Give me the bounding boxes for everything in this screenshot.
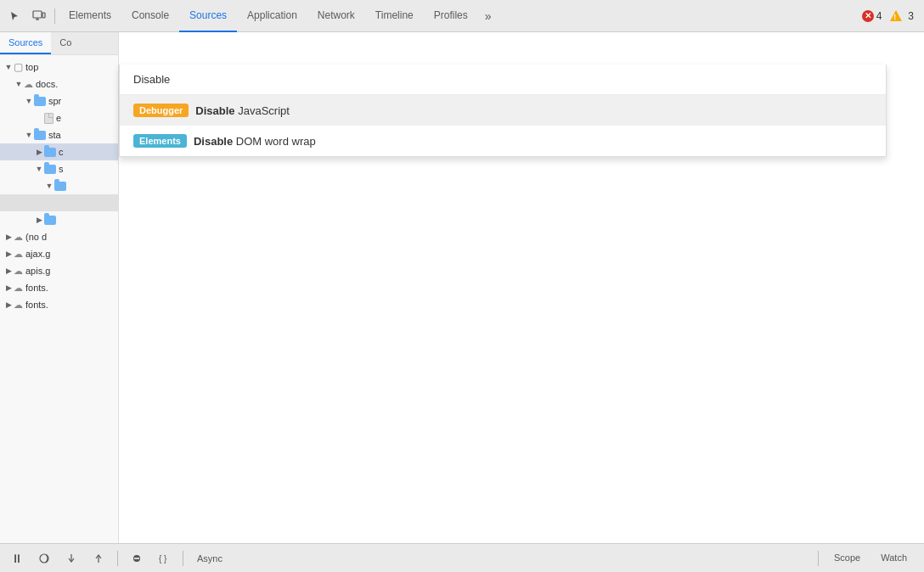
sidebar-tab-sources[interactable]: Sources [0, 32, 51, 54]
folder-c-icon [44, 148, 56, 157]
bottom-toolbar: ⏸ { } Async S [0, 543, 924, 572]
dropdown-item-elements[interactable]: Elements Disable DOM word wrap [120, 126, 886, 156]
tree-item-nodomain[interactable]: ☁ (no d [0, 228, 118, 245]
tab-separator [54, 8, 55, 24]
svg-rect-1 [42, 13, 45, 18]
tree-arrow-folder5 [34, 215, 44, 225]
cloud-fonts2-icon: ☁ [14, 300, 23, 311]
scope-tab[interactable]: Scope [824, 549, 870, 568]
tree-arrow-spr [24, 96, 34, 106]
tree-item-fonts1[interactable]: ☁ fonts. [0, 279, 118, 296]
folder-sta-icon [34, 131, 46, 140]
tree-arrow-s [34, 164, 44, 174]
tree-arrow-c [34, 147, 44, 157]
bottom-sep-2 [183, 551, 183, 566]
folder-nested-icon [54, 182, 66, 191]
file-e-icon [44, 113, 54, 124]
dropdown-item-bold-2: Disable [194, 135, 233, 148]
tree-arrow-nested [44, 181, 54, 191]
main-area: Sources Co ▢ top ☁ docs. spr [0, 32, 924, 543]
tree-item-docs[interactable]: ☁ docs. [0, 76, 118, 93]
svg-text:{ }: { } [159, 554, 167, 564]
tab-network[interactable]: Network [307, 0, 365, 32]
error-circle-icon: ✕ [862, 10, 874, 22]
cursor-icon[interactable] [3, 4, 27, 28]
dropdown-item-bold-1: Disable [195, 104, 234, 117]
bottom-sep-1 [117, 551, 118, 566]
tab-elements[interactable]: Elements [59, 0, 121, 32]
dropdown-item-text-1: Disable JavaScript [195, 104, 290, 117]
dropdown-item-debugger[interactable]: Debugger Disable JavaScript [120, 95, 886, 126]
warning-badge[interactable]: 3 [890, 10, 914, 22]
step-over-button[interactable] [34, 548, 54, 569]
cloud-nodomain-icon: ☁ [14, 232, 23, 243]
tree-arrow-ajax [3, 249, 14, 259]
dropdown-item-rest-2: DOM word wrap [233, 135, 316, 148]
async-button[interactable]: Async [192, 548, 228, 569]
scope-watch-tabs: Scope Watch [824, 549, 917, 568]
step-out-button[interactable] [88, 548, 109, 569]
tree-arrow-apis [3, 266, 14, 276]
command-dropdown: Disable Debugger Disable JavaScript Elem… [119, 64, 887, 157]
bottom-sep-3 [818, 551, 819, 566]
tree-arrow-top [3, 62, 14, 72]
elements-tag: Elements [133, 134, 187, 148]
folder5-icon [44, 216, 56, 225]
dropdown-item-text-2: Disable DOM word wrap [194, 135, 316, 148]
pause-button[interactable]: ⏸ [7, 548, 27, 569]
sidebar: Sources Co ▢ top ☁ docs. spr [0, 32, 119, 543]
warning-triangle-icon [890, 10, 902, 21]
error-warning-area: ✕ 4 3 [862, 10, 914, 22]
dropdown-item-rest-1: JavaScript [235, 104, 290, 117]
error-badge[interactable]: ✕ 4 [862, 10, 882, 22]
devtools-tab-bar: Elements Console Sources Application Net… [0, 0, 924, 32]
tree-item-top[interactable]: ▢ top [0, 59, 118, 76]
tree-item-s[interactable]: s [0, 160, 118, 177]
tree-arrow-nodomain [3, 232, 14, 242]
step-in-button[interactable] [61, 548, 82, 569]
tree-item-apis[interactable]: ☁ apis.g [0, 262, 118, 279]
tree-arrow-docs [14, 79, 24, 89]
tree-item-e[interactable]: e [0, 109, 118, 126]
tab-timeline[interactable]: Timeline [365, 0, 424, 32]
tree-arrow-fonts1 [3, 283, 14, 293]
dropdown-search-text: Disable [120, 64, 886, 95]
tree-item-spr[interactable]: spr [0, 93, 118, 109]
file-tree: ▢ top ☁ docs. spr e [0, 55, 118, 543]
tree-item-sta[interactable]: sta [0, 126, 118, 143]
debugger-tag: Debugger [133, 104, 189, 117]
tree-item-nested[interactable] [0, 177, 118, 194]
folder-spr-icon [34, 97, 46, 106]
scope-watch-area: Scope Watch [816, 549, 917, 568]
tree-item-fonts2[interactable]: ☁ fonts. [0, 296, 118, 313]
tree-selected-row[interactable] [0, 194, 118, 211]
tab-sources[interactable]: Sources [179, 0, 237, 32]
tree-arrow-fonts2 [3, 300, 14, 310]
tree-arrow-e [34, 113, 44, 123]
more-tabs-button[interactable]: » [478, 0, 499, 32]
tree-item-c[interactable]: c [0, 143, 118, 160]
sidebar-tab-content[interactable]: Co [51, 32, 80, 54]
tree-arrow-sta [24, 130, 34, 140]
sidebar-tabs: Sources Co [0, 32, 118, 55]
folder-page-icon: ▢ [14, 61, 23, 73]
watch-tab[interactable]: Watch [870, 549, 917, 568]
device-icon[interactable] [27, 4, 51, 28]
tab-application[interactable]: Application [237, 0, 307, 32]
tree-item-ajax[interactable]: ☁ ajax.g [0, 245, 118, 262]
svg-rect-0 [33, 11, 42, 18]
tree-item-folder5[interactable] [0, 211, 118, 228]
cloud-ajax-icon: ☁ [14, 249, 23, 260]
format-button[interactable]: { } [154, 548, 174, 569]
tab-console[interactable]: Console [121, 0, 179, 32]
deactivate-button[interactable] [127, 548, 147, 569]
cloud-apis-icon: ☁ [14, 266, 23, 277]
tab-profiles[interactable]: Profiles [424, 0, 478, 32]
cloud-fonts1-icon: ☁ [14, 283, 23, 294]
folder-s-icon [44, 165, 56, 174]
cloud-docs-icon: ☁ [24, 79, 33, 90]
